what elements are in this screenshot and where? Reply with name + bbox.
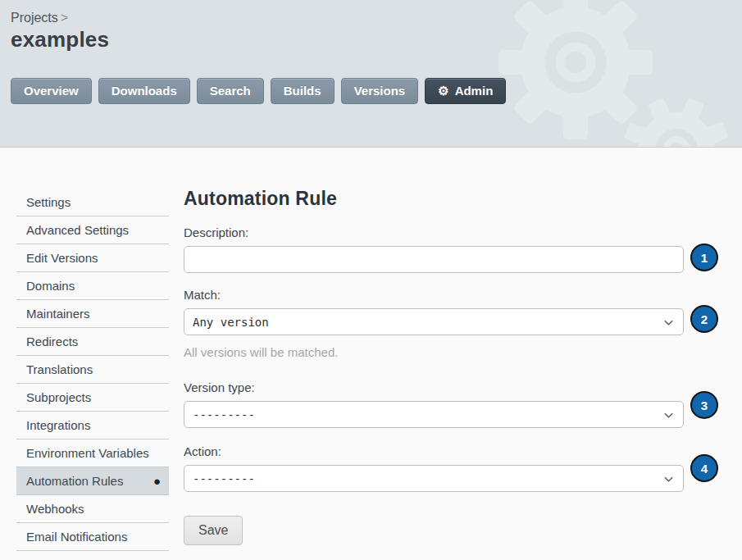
- version-type-select[interactable]: ---------: [184, 401, 684, 428]
- project-header: Projects> examples Overview Downloads Se…: [0, 0, 742, 148]
- description-input[interactable]: [184, 246, 684, 273]
- project-tabs: Overview Downloads Search Builds Version…: [11, 78, 506, 104]
- sidebar-item-label: Maintainers: [26, 300, 90, 327]
- form-title: Automation Rule: [184, 188, 684, 210]
- gear-icon: ⚙: [438, 84, 448, 97]
- sidebar-item-traffic-analytics[interactable]: Traffic Analytics: [16, 551, 169, 560]
- sidebar-item-label: Translations: [26, 356, 93, 383]
- sidebar-item-label: Traffic Analytics: [26, 551, 112, 560]
- sidebar-item-label: Webhooks: [26, 495, 84, 522]
- automation-rule-form: Automation Rule Description: Match: Any …: [184, 188, 684, 545]
- sidebar-item-label: Email Notifications: [26, 523, 127, 550]
- sidebar-item-maintainers[interactable]: Maintainers: [16, 300, 169, 328]
- sidebar-item-domains[interactable]: Domains: [16, 272, 169, 300]
- chevron-down-icon: [663, 410, 674, 421]
- breadcrumb-projects-link[interactable]: Projects: [11, 11, 58, 25]
- tab-admin-label: Admin: [455, 84, 494, 98]
- sidebar-item-edit-versions[interactable]: Edit Versions: [16, 244, 169, 272]
- sidebar-item-subprojects[interactable]: Subprojects: [16, 384, 169, 412]
- tab-overview[interactable]: Overview: [11, 78, 92, 104]
- match-select[interactable]: Any version: [184, 308, 684, 335]
- action-label: Action:: [184, 444, 684, 458]
- tab-search[interactable]: Search: [197, 78, 264, 104]
- match-select-value: Any version: [193, 316, 269, 329]
- sidebar-item-label: Automation Rules: [26, 467, 123, 494]
- sidebar-item-integrations[interactable]: Integrations: [16, 412, 169, 439]
- sidebar-item-label: Environment Variables: [26, 439, 149, 467]
- breadcrumb-separator: >: [61, 11, 68, 25]
- annotation-marker-3: 3: [690, 391, 718, 419]
- tab-builds[interactable]: Builds: [271, 78, 335, 104]
- active-page-dot-icon: ●: [153, 475, 161, 487]
- save-button[interactable]: Save: [184, 516, 243, 545]
- tab-versions[interactable]: Versions: [341, 78, 419, 104]
- sidebar-item-environment-variables[interactable]: Environment Variables: [16, 439, 169, 467]
- chevron-down-icon: [663, 474, 674, 485]
- breadcrumb: Projects>: [11, 11, 68, 25]
- sidebar-item-label: Redirects: [26, 328, 78, 355]
- version-type-label: Version type:: [184, 380, 684, 394]
- gear-watermark-icon: [623, 97, 730, 148]
- sidebar-item-label: Settings: [26, 189, 71, 216]
- tab-downloads[interactable]: Downloads: [98, 78, 190, 104]
- sidebar-item-automation-rules[interactable]: Automation Rules ●: [16, 467, 169, 495]
- sidebar-item-redirects[interactable]: Redirects: [16, 328, 169, 356]
- chevron-down-icon: [663, 317, 674, 328]
- sidebar-item-webhooks[interactable]: Webhooks: [16, 495, 169, 523]
- version-type-select-value: ---------: [193, 408, 255, 421]
- action-select[interactable]: ---------: [184, 465, 684, 492]
- admin-sidebar: Settings Advanced Settings Edit Versions…: [16, 189, 169, 560]
- annotation-marker-1: 1: [690, 244, 718, 271]
- match-help-text: All versions will be matched.: [184, 345, 684, 359]
- action-select-value: ---------: [193, 472, 255, 485]
- sidebar-item-label: Subprojects: [26, 384, 91, 411]
- page-title: examples: [11, 27, 109, 52]
- sidebar-item-settings[interactable]: Settings: [16, 189, 169, 216]
- description-label: Description:: [184, 225, 684, 239]
- sidebar-item-label: Edit Versions: [26, 244, 98, 271]
- match-label: Match:: [184, 288, 684, 302]
- sidebar-item-advanced-settings[interactable]: Advanced Settings: [16, 216, 169, 244]
- annotation-marker-4: 4: [690, 454, 718, 482]
- annotation-marker-2: 2: [690, 305, 718, 333]
- sidebar-item-label: Integrations: [26, 412, 90, 439]
- sidebar-item-label: Domains: [26, 272, 75, 299]
- sidebar-item-label: Advanced Settings: [26, 216, 129, 244]
- sidebar-item-translations[interactable]: Translations: [16, 356, 169, 384]
- sidebar-item-email-notifications[interactable]: Email Notifications: [16, 523, 169, 551]
- tab-admin[interactable]: ⚙ Admin: [425, 78, 506, 104]
